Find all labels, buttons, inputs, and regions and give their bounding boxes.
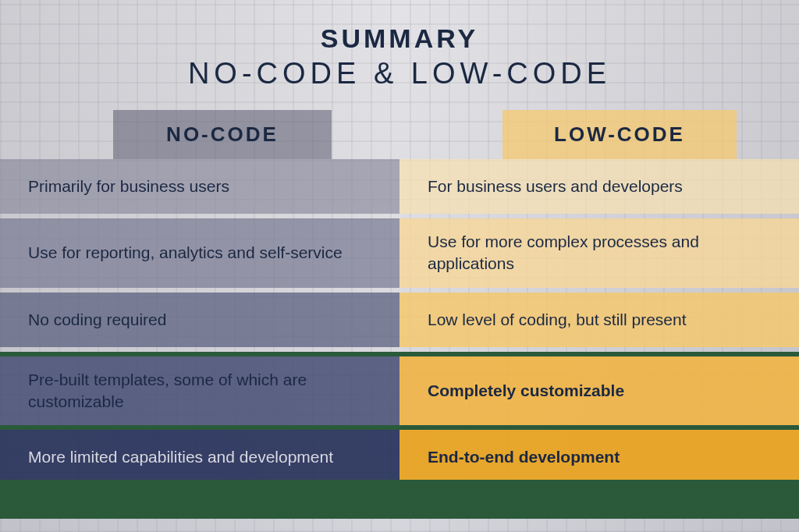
title-sub: NO-CODE & LOW-CODE	[0, 57, 799, 90]
table-row: Primarily for business users For busines…	[0, 159, 799, 214]
cell-no-code: More limited capabilities and developmen…	[0, 430, 400, 484]
cell-no-code: No coding required	[0, 293, 400, 347]
header: SUMMARY NO-CODE & LOW-CODE	[0, 0, 799, 110]
title-main: SUMMARY	[0, 23, 799, 54]
bottom-bar	[0, 480, 799, 519]
table-row: Pre-built templates, some of which are c…	[0, 356, 799, 426]
cell-no-code: Pre-built templates, some of which are c…	[0, 356, 400, 426]
cell-low-code: For business users and developers	[400, 159, 799, 214]
cell-no-code: Primarily for business users	[0, 159, 400, 214]
column-tabs: NO-CODE LOW-CODE	[0, 110, 799, 159]
cell-low-code: Use for more complex processes and appli…	[400, 218, 799, 288]
tab-no-code: NO-CODE	[113, 110, 332, 159]
table-row: More limited capabilities and developmen…	[0, 430, 799, 484]
table-row: Use for reporting, analytics and self-se…	[0, 218, 799, 288]
cell-low-code: End-to-end development	[400, 430, 799, 484]
tab-spacer	[332, 110, 502, 159]
content-wrapper: SUMMARY NO-CODE & LOW-CODE NO-CODE LOW-C…	[0, 0, 799, 532]
tab-low-code: LOW-CODE	[502, 110, 737, 159]
cell-low-code: Completely customizable	[400, 356, 799, 426]
table-row: No coding required Low level of coding, …	[0, 293, 799, 347]
cell-no-code: Use for reporting, analytics and self-se…	[0, 218, 400, 288]
cell-low-code: Low level of coding, but still present	[400, 293, 799, 347]
comparison-table: Primarily for business users For busines…	[0, 159, 799, 484]
tab-spacer	[0, 110, 113, 159]
